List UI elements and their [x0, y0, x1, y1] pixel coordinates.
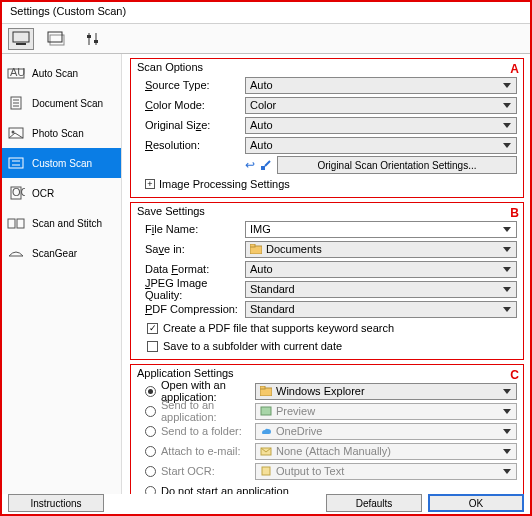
application-settings-group: C Application Settings Open with an appl… — [130, 364, 524, 494]
svg-rect-21 — [8, 219, 15, 228]
send-to-app-radio[interactable] — [145, 406, 156, 417]
svg-rect-27 — [250, 244, 255, 247]
document-icon — [6, 94, 26, 112]
sidebar-label: Document Scan — [32, 98, 103, 109]
application-settings-title: Application Settings — [137, 367, 517, 379]
sidebar-label: Photo Scan — [32, 128, 84, 139]
jpeg-quality-combo[interactable]: Standard — [245, 281, 517, 298]
explorer-icon — [260, 385, 272, 397]
data-format-label: Data Format: — [137, 263, 245, 275]
open-with-app-radio[interactable] — [145, 386, 156, 397]
file-name-label: File Name: — [137, 223, 245, 235]
preview-icon — [260, 405, 272, 417]
send-to-app-label: Send to an application: — [161, 399, 255, 423]
save-settings-title: Save Settings — [137, 205, 517, 217]
folder-icon — [250, 243, 262, 255]
svg-line-25 — [265, 161, 270, 166]
sidebar-item-document-scan[interactable]: Document Scan — [2, 88, 121, 118]
start-ocr-radio[interactable] — [145, 466, 156, 477]
sidebar-label: Custom Scan — [32, 158, 92, 169]
envelope-icon — [260, 445, 272, 457]
color-mode-combo[interactable]: Color — [245, 97, 517, 114]
color-mode-label: Color Mode: — [137, 99, 245, 111]
sidebar-item-scangear[interactable]: ScanGear — [2, 238, 121, 268]
scan-from-computer-tab[interactable] — [8, 28, 34, 50]
sidebar-item-photo-scan[interactable]: Photo Scan — [2, 118, 121, 148]
reset-arrow-icon[interactable]: ↩ — [245, 158, 255, 172]
start-ocr-label: Start OCR: — [161, 465, 215, 477]
subfolder-date-checkbox[interactable] — [147, 341, 158, 352]
svg-point-15 — [12, 131, 15, 134]
plus-icon: + — [145, 179, 155, 189]
svg-text:OCR: OCR — [12, 186, 25, 198]
original-size-combo[interactable]: Auto — [245, 117, 517, 134]
scangear-icon — [6, 244, 26, 262]
auto-scan-icon: AUTO — [6, 64, 26, 82]
onedrive-icon — [260, 425, 272, 437]
pdf-compression-label: PDF Compression: — [137, 303, 245, 315]
general-settings-tab[interactable] — [80, 28, 106, 50]
send-to-folder-radio[interactable] — [145, 426, 156, 437]
ocr-icon: OCR — [6, 184, 26, 202]
svg-rect-22 — [17, 219, 24, 228]
pdf-compression-combo[interactable]: Standard — [245, 301, 517, 318]
edit-icon[interactable] — [259, 158, 273, 172]
send-to-folder-combo[interactable]: OneDrive — [255, 423, 517, 440]
sidebar-item-ocr[interactable]: OCR OCR — [2, 178, 121, 208]
svg-rect-30 — [261, 407, 271, 415]
send-to-app-combo[interactable]: Preview — [255, 403, 517, 420]
sidebar-item-scan-stitch[interactable]: Scan and Stitch — [2, 208, 121, 238]
sidebar-label: ScanGear — [32, 248, 77, 259]
start-ocr-combo[interactable]: Output to Text — [255, 463, 517, 480]
defaults-button[interactable]: Defaults — [326, 494, 422, 512]
svg-rect-29 — [260, 386, 265, 389]
sidebar-label: Auto Scan — [32, 68, 78, 79]
svg-rect-0 — [13, 32, 29, 42]
group-letter-a: A — [510, 62, 519, 76]
attach-email-label: Attach to e-mail: — [161, 445, 240, 457]
main-panel: A Scan Options Source Type: Auto Color M… — [122, 54, 530, 494]
group-letter-c: C — [510, 368, 519, 382]
no-app-radio[interactable] — [145, 486, 156, 495]
sidebar-item-auto-scan[interactable]: AUTO Auto Scan — [2, 58, 121, 88]
scan-from-panel-tab[interactable] — [44, 28, 70, 50]
keyword-search-label: Create a PDF file that supports keyword … — [163, 322, 394, 334]
window-frame: Settings (Custom Scan) AUTO Auto Scan Do… — [0, 0, 532, 516]
orientation-settings-button[interactable]: Original Scan Orientation Settings... — [277, 156, 517, 174]
keyword-search-checkbox[interactable]: ✓ — [147, 323, 158, 334]
sidebar-label: OCR — [32, 188, 54, 199]
svg-rect-7 — [94, 40, 98, 43]
attach-email-radio[interactable] — [145, 446, 156, 457]
mode-toolbar — [2, 24, 530, 54]
photo-icon — [6, 124, 26, 142]
save-in-combo[interactable]: Documents — [245, 241, 517, 258]
image-processing-expander[interactable]: + Image Processing Settings — [137, 175, 517, 193]
svg-rect-16 — [9, 158, 23, 168]
svg-rect-32 — [262, 467, 270, 475]
open-with-app-combo[interactable]: Windows Explorer — [255, 383, 517, 400]
file-name-combo[interactable]: IMG — [245, 221, 517, 238]
sidebar-label: Scan and Stitch — [32, 218, 102, 229]
source-type-label: Source Type: — [137, 79, 245, 91]
resolution-combo[interactable]: Auto — [245, 137, 517, 154]
svg-rect-24 — [261, 166, 265, 170]
save-settings-group: B Save Settings File Name: IMG Save in: … — [130, 202, 524, 360]
svg-rect-6 — [87, 35, 91, 38]
source-type-combo[interactable]: Auto — [245, 77, 517, 94]
content-area: AUTO Auto Scan Document Scan Photo Scan … — [2, 54, 530, 494]
svg-rect-1 — [16, 43, 26, 45]
sidebar-item-custom-scan[interactable]: Custom Scan — [2, 148, 121, 178]
data-format-combo[interactable]: Auto — [245, 261, 517, 278]
resolution-label: Resolution: — [137, 139, 245, 151]
scan-options-group: A Scan Options Source Type: Auto Color M… — [130, 58, 524, 198]
stitch-icon — [6, 214, 26, 232]
original-size-label: Original Size: — [137, 119, 245, 131]
text-output-icon — [260, 465, 272, 477]
instructions-button[interactable]: Instructions — [8, 494, 104, 512]
attach-email-combo[interactable]: None (Attach Manually) — [255, 443, 517, 460]
custom-scan-icon — [6, 154, 26, 172]
svg-text:AUTO: AUTO — [10, 66, 25, 78]
ok-button[interactable]: OK — [428, 494, 524, 512]
send-to-folder-label: Send to a folder: — [161, 425, 242, 437]
subfolder-date-label: Save to a subfolder with current date — [163, 340, 342, 352]
